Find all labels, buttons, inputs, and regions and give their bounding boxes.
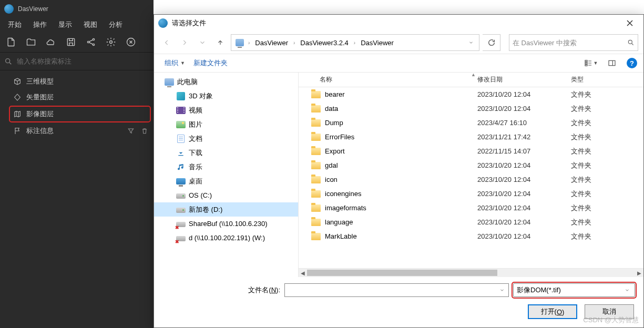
menu-operate[interactable]: 操作	[27, 18, 53, 32]
nav-recent-dropdown[interactable]	[195, 35, 210, 50]
organize-button[interactable]: 组织 ▼	[160, 56, 189, 70]
chevron-right-icon[interactable]: ›	[292, 40, 296, 46]
app-titlebar: DasViewer	[0, 0, 154, 18]
sidebar-search-input[interactable]	[17, 57, 149, 65]
sidebar-item-label: 三维模型	[26, 77, 54, 86]
new-folder-button[interactable]: 新建文件夹	[189, 56, 232, 70]
horizontal-scrollbar[interactable]: ◀ ▶	[299, 268, 643, 277]
scroll-right-icon[interactable]: ▶	[635, 269, 643, 277]
file-type-filter[interactable]: 影像DOM(*.tif)	[513, 283, 635, 297]
tree-item[interactable]: 此电脑	[154, 75, 298, 89]
toolbar-settings-icon[interactable]	[103, 34, 119, 50]
svg-point-6	[6, 58, 10, 63]
netdrive-x-icon: ✖	[176, 219, 186, 229]
list-row[interactable]: bearer 2023/10/20 12:04 文件夹	[299, 87, 643, 101]
tree-item[interactable]: 3D 对象	[154, 89, 298, 103]
tree-item[interactable]: 视频	[154, 103, 298, 117]
menu-analyze[interactable]: 分析	[103, 18, 128, 32]
breadcrumb-dropdown[interactable]	[465, 35, 477, 50]
filter-icon[interactable]	[127, 127, 135, 135]
filename-input-wrap	[284, 283, 509, 297]
menu-view[interactable]: 视图	[78, 18, 103, 32]
list-row[interactable]: Export 2022/11/15 14:07 文件夹	[299, 144, 643, 158]
tree-item[interactable]: OS (C:)	[154, 188, 298, 202]
breadcrumb-item[interactable]: DasViewer3.2.4	[297, 37, 352, 49]
menu-display[interactable]: 显示	[53, 18, 78, 32]
sidebar-item-image-layer[interactable]: 影像图层	[9, 106, 150, 122]
cancel-button[interactable]: 取消	[585, 304, 634, 319]
svg-point-3	[93, 44, 94, 45]
pc-icon	[236, 39, 244, 46]
dialog-title: 请选择文件	[172, 18, 619, 28]
sidebar-item-vector-layer[interactable]: 矢量图层	[0, 89, 154, 105]
pictures-icon	[176, 120, 186, 129]
drive-icon	[176, 191, 186, 200]
open-button[interactable]: 打开(O)	[528, 304, 577, 319]
svg-rect-10	[585, 65, 587, 66]
cell-type: 文件夹	[565, 147, 621, 156]
list-header: 名称▲ 修改日期 类型	[299, 73, 643, 87]
svg-rect-9	[585, 63, 587, 64]
chevron-right-icon[interactable]: ›	[353, 40, 356, 46]
trash-icon[interactable]	[141, 127, 148, 135]
toolbar-close-icon[interactable]	[123, 34, 139, 50]
cell-type: 文件夹	[565, 90, 621, 99]
toolbar-cloud-icon[interactable]	[43, 34, 59, 50]
dialog-search-input[interactable]	[513, 39, 627, 47]
column-header-type[interactable]: 类型	[565, 73, 621, 87]
tree-item[interactable]: 桌面	[154, 174, 298, 188]
3d-icon	[176, 91, 186, 101]
column-header-name[interactable]: 名称▲	[299, 73, 471, 87]
toolbar-folder-icon[interactable]	[23, 34, 39, 50]
search-icon	[4, 57, 13, 66]
list-row[interactable]: imageformats 2023/10/20 12:04 文件夹	[299, 201, 643, 215]
tree-item[interactable]: 图片	[154, 117, 298, 131]
cell-type: 文件夹	[565, 161, 621, 170]
filename-input[interactable]	[287, 286, 498, 294]
preview-pane-button[interactable]	[602, 56, 621, 70]
filter-dropdown-icon	[623, 288, 631, 293]
breadcrumb-item[interactable]: DasViewer	[252, 37, 291, 49]
tree-item-label: 音乐	[189, 162, 202, 172]
toolbar-file-icon[interactable]	[3, 34, 19, 50]
tree-item[interactable]: ✖d (\\10.100.202.191) (W:)	[154, 231, 298, 245]
nav-back-button[interactable]	[159, 35, 174, 50]
list-row[interactable]: Dump 2023/4/27 16:10 文件夹	[299, 116, 643, 130]
toolbar-share-icon[interactable]	[83, 34, 99, 50]
folder-icon	[311, 204, 321, 212]
list-row[interactable]: icon 2023/10/20 12:04 文件夹	[299, 172, 643, 187]
column-header-date[interactable]: 修改日期	[471, 73, 565, 87]
scrollbar-thumb[interactable]	[307, 270, 497, 276]
cell-date: 2023/10/20 12:04	[471, 190, 565, 198]
menu-start[interactable]: 开始	[2, 18, 27, 32]
list-row[interactable]: language 2023/10/20 12:04 文件夹	[299, 215, 643, 229]
breadcrumb-bar[interactable]: › DasViewer › DasViewer3.2.4 › DasViewer	[231, 34, 479, 51]
list-row[interactable]: MarkLable 2023/10/20 12:04 文件夹	[299, 229, 643, 243]
close-button[interactable]	[619, 16, 640, 30]
tree-item[interactable]: 音乐	[154, 160, 298, 174]
cell-name: data	[299, 105, 471, 112]
list-row[interactable]: iconengines 2023/10/20 12:04 文件夹	[299, 187, 643, 201]
filename-dropdown[interactable]	[498, 288, 506, 293]
breadcrumb-item[interactable]: DasViewer	[357, 37, 397, 49]
scroll-left-icon[interactable]: ◀	[299, 269, 307, 277]
refresh-button[interactable]	[483, 34, 500, 51]
cell-date: 2023/10/20 12:04	[471, 90, 565, 98]
sidebar-item-3d-model[interactable]: 三维模型	[0, 74, 154, 89]
nav-forward-button[interactable]	[177, 35, 192, 50]
tree-item[interactable]: ✖ShareBuf (\\10.100.6.230)	[154, 217, 298, 231]
tree-item-label: 此电脑	[177, 77, 198, 87]
nav-up-button[interactable]	[213, 35, 228, 50]
sidebar-item-annotation[interactable]: 标注信息	[0, 123, 154, 139]
list-row[interactable]: ErrorFiles 2023/11/21 17:42 文件夹	[299, 130, 643, 144]
tree-item[interactable]: 下载	[154, 146, 298, 160]
toolbar-save-icon[interactable]	[63, 34, 79, 50]
tree-item[interactable]: 文档	[154, 131, 298, 146]
tree-item[interactable]: 新加卷 (D:)	[154, 202, 298, 217]
list-row[interactable]: gdal 2023/10/20 12:04 文件夹	[299, 158, 643, 172]
svg-rect-8	[585, 60, 587, 62]
chevron-right-icon[interactable]: ›	[247, 40, 251, 46]
list-row[interactable]: data 2023/10/20 12:04 文件夹	[299, 101, 643, 116]
view-mode-button[interactable]: ▼	[581, 56, 600, 70]
help-button[interactable]: ?	[627, 58, 637, 68]
